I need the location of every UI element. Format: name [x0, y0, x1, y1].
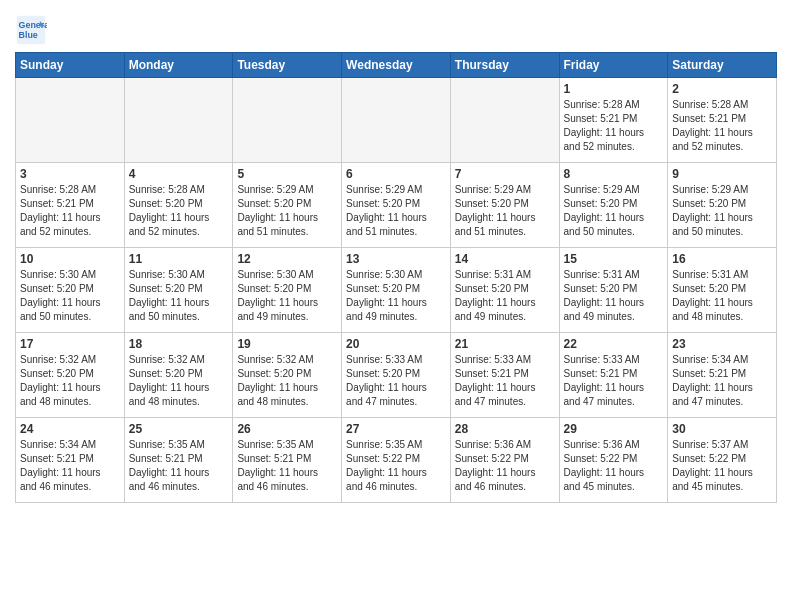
day-number: 7 [455, 167, 555, 181]
calendar-cell: 3Sunrise: 5:28 AMSunset: 5:21 PMDaylight… [16, 163, 125, 248]
day-number: 29 [564, 422, 664, 436]
calendar-cell [16, 78, 125, 163]
calendar-cell: 21Sunrise: 5:33 AMSunset: 5:21 PMDayligh… [450, 333, 559, 418]
week-row-2: 10Sunrise: 5:30 AMSunset: 5:20 PMDayligh… [16, 248, 777, 333]
week-row-1: 3Sunrise: 5:28 AMSunset: 5:21 PMDaylight… [16, 163, 777, 248]
calendar-cell: 11Sunrise: 5:30 AMSunset: 5:20 PMDayligh… [124, 248, 233, 333]
weekday-header-friday: Friday [559, 53, 668, 78]
calendar-cell: 9Sunrise: 5:29 AMSunset: 5:20 PMDaylight… [668, 163, 777, 248]
weekday-header-thursday: Thursday [450, 53, 559, 78]
calendar-cell: 5Sunrise: 5:29 AMSunset: 5:20 PMDaylight… [233, 163, 342, 248]
day-number: 8 [564, 167, 664, 181]
day-number: 6 [346, 167, 446, 181]
calendar-cell: 26Sunrise: 5:35 AMSunset: 5:21 PMDayligh… [233, 418, 342, 503]
day-number: 20 [346, 337, 446, 351]
calendar-cell: 10Sunrise: 5:30 AMSunset: 5:20 PMDayligh… [16, 248, 125, 333]
day-info: Sunrise: 5:34 AMSunset: 5:21 PMDaylight:… [672, 353, 772, 409]
calendar-table: SundayMondayTuesdayWednesdayThursdayFrid… [15, 52, 777, 503]
day-number: 16 [672, 252, 772, 266]
calendar-cell: 8Sunrise: 5:29 AMSunset: 5:20 PMDaylight… [559, 163, 668, 248]
day-info: Sunrise: 5:35 AMSunset: 5:22 PMDaylight:… [346, 438, 446, 494]
day-number: 14 [455, 252, 555, 266]
calendar-cell: 18Sunrise: 5:32 AMSunset: 5:20 PMDayligh… [124, 333, 233, 418]
day-info: Sunrise: 5:35 AMSunset: 5:21 PMDaylight:… [129, 438, 229, 494]
weekday-header-saturday: Saturday [668, 53, 777, 78]
calendar-cell: 19Sunrise: 5:32 AMSunset: 5:20 PMDayligh… [233, 333, 342, 418]
week-row-0: 1Sunrise: 5:28 AMSunset: 5:21 PMDaylight… [16, 78, 777, 163]
logo-icon: General Blue [15, 14, 47, 46]
day-info: Sunrise: 5:37 AMSunset: 5:22 PMDaylight:… [672, 438, 772, 494]
calendar-cell: 14Sunrise: 5:31 AMSunset: 5:20 PMDayligh… [450, 248, 559, 333]
day-number: 4 [129, 167, 229, 181]
day-number: 15 [564, 252, 664, 266]
day-info: Sunrise: 5:34 AMSunset: 5:21 PMDaylight:… [20, 438, 120, 494]
week-row-4: 24Sunrise: 5:34 AMSunset: 5:21 PMDayligh… [16, 418, 777, 503]
calendar-cell: 24Sunrise: 5:34 AMSunset: 5:21 PMDayligh… [16, 418, 125, 503]
calendar-cell [233, 78, 342, 163]
weekday-header-row: SundayMondayTuesdayWednesdayThursdayFrid… [16, 53, 777, 78]
day-info: Sunrise: 5:28 AMSunset: 5:21 PMDaylight:… [672, 98, 772, 154]
logo: General Blue [15, 14, 51, 46]
header: General Blue [15, 10, 777, 46]
day-info: Sunrise: 5:33 AMSunset: 5:21 PMDaylight:… [564, 353, 664, 409]
day-info: Sunrise: 5:30 AMSunset: 5:20 PMDaylight:… [237, 268, 337, 324]
day-info: Sunrise: 5:30 AMSunset: 5:20 PMDaylight:… [129, 268, 229, 324]
day-info: Sunrise: 5:30 AMSunset: 5:20 PMDaylight:… [346, 268, 446, 324]
calendar-cell: 20Sunrise: 5:33 AMSunset: 5:20 PMDayligh… [342, 333, 451, 418]
day-info: Sunrise: 5:33 AMSunset: 5:21 PMDaylight:… [455, 353, 555, 409]
day-info: Sunrise: 5:29 AMSunset: 5:20 PMDaylight:… [237, 183, 337, 239]
day-info: Sunrise: 5:30 AMSunset: 5:20 PMDaylight:… [20, 268, 120, 324]
calendar-cell: 23Sunrise: 5:34 AMSunset: 5:21 PMDayligh… [668, 333, 777, 418]
day-number: 18 [129, 337, 229, 351]
day-number: 25 [129, 422, 229, 436]
calendar-cell [342, 78, 451, 163]
day-info: Sunrise: 5:31 AMSunset: 5:20 PMDaylight:… [455, 268, 555, 324]
calendar-cell: 4Sunrise: 5:28 AMSunset: 5:20 PMDaylight… [124, 163, 233, 248]
calendar-cell: 25Sunrise: 5:35 AMSunset: 5:21 PMDayligh… [124, 418, 233, 503]
day-info: Sunrise: 5:28 AMSunset: 5:21 PMDaylight:… [564, 98, 664, 154]
week-row-3: 17Sunrise: 5:32 AMSunset: 5:20 PMDayligh… [16, 333, 777, 418]
weekday-header-tuesday: Tuesday [233, 53, 342, 78]
day-info: Sunrise: 5:32 AMSunset: 5:20 PMDaylight:… [129, 353, 229, 409]
day-info: Sunrise: 5:35 AMSunset: 5:21 PMDaylight:… [237, 438, 337, 494]
day-number: 19 [237, 337, 337, 351]
day-number: 1 [564, 82, 664, 96]
calendar-cell [450, 78, 559, 163]
calendar-cell: 28Sunrise: 5:36 AMSunset: 5:22 PMDayligh… [450, 418, 559, 503]
day-number: 5 [237, 167, 337, 181]
day-info: Sunrise: 5:29 AMSunset: 5:20 PMDaylight:… [455, 183, 555, 239]
day-number: 24 [20, 422, 120, 436]
day-info: Sunrise: 5:32 AMSunset: 5:20 PMDaylight:… [237, 353, 337, 409]
day-info: Sunrise: 5:36 AMSunset: 5:22 PMDaylight:… [564, 438, 664, 494]
calendar-cell: 29Sunrise: 5:36 AMSunset: 5:22 PMDayligh… [559, 418, 668, 503]
day-number: 17 [20, 337, 120, 351]
calendar-cell: 27Sunrise: 5:35 AMSunset: 5:22 PMDayligh… [342, 418, 451, 503]
calendar-cell: 17Sunrise: 5:32 AMSunset: 5:20 PMDayligh… [16, 333, 125, 418]
calendar-cell: 1Sunrise: 5:28 AMSunset: 5:21 PMDaylight… [559, 78, 668, 163]
day-number: 28 [455, 422, 555, 436]
day-info: Sunrise: 5:33 AMSunset: 5:20 PMDaylight:… [346, 353, 446, 409]
calendar-cell: 6Sunrise: 5:29 AMSunset: 5:20 PMDaylight… [342, 163, 451, 248]
day-info: Sunrise: 5:28 AMSunset: 5:20 PMDaylight:… [129, 183, 229, 239]
svg-text:Blue: Blue [19, 30, 38, 40]
calendar-cell: 7Sunrise: 5:29 AMSunset: 5:20 PMDaylight… [450, 163, 559, 248]
weekday-header-sunday: Sunday [16, 53, 125, 78]
day-number: 26 [237, 422, 337, 436]
day-number: 22 [564, 337, 664, 351]
day-info: Sunrise: 5:29 AMSunset: 5:20 PMDaylight:… [346, 183, 446, 239]
day-number: 27 [346, 422, 446, 436]
day-number: 9 [672, 167, 772, 181]
day-info: Sunrise: 5:28 AMSunset: 5:21 PMDaylight:… [20, 183, 120, 239]
day-number: 12 [237, 252, 337, 266]
calendar-cell [124, 78, 233, 163]
day-number: 30 [672, 422, 772, 436]
day-number: 23 [672, 337, 772, 351]
day-info: Sunrise: 5:31 AMSunset: 5:20 PMDaylight:… [672, 268, 772, 324]
day-info: Sunrise: 5:29 AMSunset: 5:20 PMDaylight:… [564, 183, 664, 239]
calendar-cell: 22Sunrise: 5:33 AMSunset: 5:21 PMDayligh… [559, 333, 668, 418]
day-number: 2 [672, 82, 772, 96]
day-number: 11 [129, 252, 229, 266]
calendar-cell: 16Sunrise: 5:31 AMSunset: 5:20 PMDayligh… [668, 248, 777, 333]
day-info: Sunrise: 5:31 AMSunset: 5:20 PMDaylight:… [564, 268, 664, 324]
day-number: 21 [455, 337, 555, 351]
